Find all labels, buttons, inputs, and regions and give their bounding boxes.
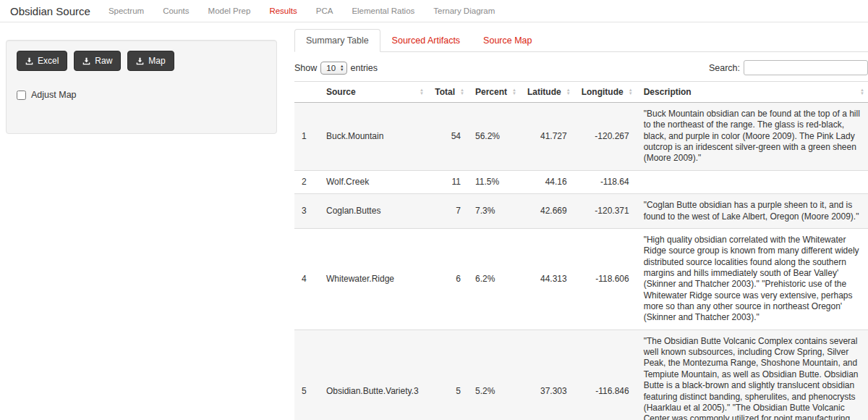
main-panel: Summary Table Sourced Artifacts Source M…	[294, 29, 868, 420]
cell-percent: 7.3%	[468, 194, 520, 229]
cell-source: Coglan.Buttes	[319, 194, 427, 229]
map-button-label: Map	[148, 56, 165, 66]
search-label: Search:	[709, 63, 740, 73]
cell-row-number: 4	[294, 228, 319, 329]
raw-button-label: Raw	[95, 56, 112, 66]
download-icon	[25, 57, 33, 65]
cell-source: Buck.Mountain	[319, 103, 427, 171]
cell-description: "Coglan Butte obsidian has a purple shee…	[637, 194, 868, 229]
raw-download-button[interactable]: Raw	[74, 51, 121, 71]
sort-icon: ▲▼	[860, 88, 864, 96]
download-icon	[136, 57, 144, 65]
column-header-longitude[interactable]: Longitude▲▼	[574, 82, 637, 103]
page-length-select[interactable]: 10 ▲▼	[320, 62, 346, 75]
summary-table: Source▲▼ Total▲▼ Percent▲▼ Latitude▲▼ Lo…	[294, 81, 868, 420]
nav-item-pca[interactable]: PCA	[307, 7, 343, 15]
navbar: Obsidian Source Spectrum Counts Model Pr…	[0, 0, 868, 22]
table-row[interactable]: 5 Obsidian.Butte.Variety.3 5 5.2% 37.303…	[294, 329, 868, 420]
cell-row-number: 1	[294, 103, 319, 171]
nav-item-counts[interactable]: Counts	[153, 7, 198, 15]
cell-source: Wolf.Creek	[319, 170, 427, 193]
excel-button-label: Excel	[38, 56, 59, 66]
sidebar-panel: Excel Raw Map Adjust Map	[6, 40, 277, 134]
entries-label: entries	[351, 63, 378, 73]
cell-row-number: 5	[294, 329, 319, 420]
select-stepper-icon: ▲▼	[340, 64, 344, 72]
table-row[interactable]: 3 Coglan.Buttes 7 7.3% 42.669 -120.371 "…	[294, 194, 868, 229]
table-header-row: Source▲▼ Total▲▼ Percent▲▼ Latitude▲▼ Lo…	[294, 82, 868, 103]
column-header-latitude[interactable]: Latitude▲▼	[520, 82, 574, 103]
nav-item-results[interactable]: Results	[260, 7, 306, 15]
app-title: Obsidian Source	[10, 5, 90, 17]
cell-percent: 5.2%	[468, 329, 520, 420]
adjust-map-checkbox[interactable]	[17, 91, 26, 100]
excel-download-button[interactable]: Excel	[17, 51, 67, 71]
cell-description: "The Obsidian Butte Volcanic Complex con…	[637, 329, 868, 420]
page-length-value: 10	[326, 64, 336, 72]
column-header-percent[interactable]: Percent▲▼	[468, 82, 520, 103]
tab-sourced-artifacts[interactable]: Sourced Artifacts	[380, 29, 472, 52]
column-header-total[interactable]: Total▲▼	[427, 82, 468, 103]
cell-total: 54	[427, 103, 468, 171]
cell-longitude: -120.267	[574, 103, 637, 171]
cell-longitude: -118.64	[574, 170, 637, 193]
table-row[interactable]: 2 Wolf.Creek 11 11.5% 44.16 -118.64	[294, 170, 868, 193]
search-input[interactable]	[744, 60, 868, 75]
nav-item-ternary-diagram[interactable]: Ternary Diagram	[424, 7, 504, 15]
adjust-map-label: Adjust Map	[31, 90, 77, 100]
table-row[interactable]: 1 Buck.Mountain 54 56.2% 41.727 -120.267…	[294, 103, 868, 171]
cell-latitude: 44.313	[520, 228, 574, 329]
cell-row-number: 3	[294, 194, 319, 229]
nav-item-model-prep[interactable]: Model Prep	[199, 7, 260, 15]
cell-latitude: 42.669	[520, 194, 574, 229]
tab-summary-table[interactable]: Summary Table	[294, 29, 380, 52]
cell-total: 11	[427, 170, 468, 193]
table-row[interactable]: 4 Whitewater.Ridge 6 6.2% 44.313 -118.60…	[294, 228, 868, 329]
cell-latitude: 37.303	[520, 329, 574, 420]
sort-icon: ▲▼	[629, 88, 633, 96]
cell-longitude: -116.846	[574, 329, 637, 420]
cell-source: Whitewater.Ridge	[319, 228, 427, 329]
show-entries-label: Show	[294, 63, 317, 73]
sort-icon: ▲▼	[460, 88, 464, 96]
nav-item-spectrum[interactable]: Spectrum	[99, 7, 153, 15]
table-length-control: Show 10 ▲▼ entries	[294, 62, 378, 75]
download-icon	[82, 57, 90, 65]
cell-description: "Buck Mountain obsidian can be found at …	[637, 103, 868, 171]
table-search-control: Search:	[709, 60, 868, 75]
nav-item-elemental-ratios[interactable]: Elemental Ratios	[342, 7, 424, 15]
cell-latitude: 44.16	[520, 170, 574, 193]
sort-icon: ▲▼	[566, 88, 571, 96]
cell-longitude: -118.606	[574, 228, 637, 329]
sort-icon: ▲▼	[512, 88, 516, 96]
adjust-map-control[interactable]: Adjust Map	[17, 90, 266, 100]
map-download-button[interactable]: Map	[127, 51, 174, 71]
download-button-row: Excel Raw Map	[17, 51, 266, 71]
column-header-row-number[interactable]	[294, 82, 319, 103]
column-header-source[interactable]: Source▲▼	[319, 82, 427, 103]
cell-total: 6	[427, 228, 468, 329]
cell-percent: 56.2%	[468, 103, 520, 171]
cell-description: "High quality obsidian correlated with t…	[637, 228, 868, 329]
cell-percent: 6.2%	[468, 228, 520, 329]
cell-percent: 11.5%	[468, 170, 520, 193]
cell-description	[637, 170, 868, 193]
tab-bar: Summary Table Sourced Artifacts Source M…	[294, 29, 868, 52]
cell-row-number: 2	[294, 170, 319, 193]
column-header-description[interactable]: Description▲▼	[637, 82, 868, 103]
cell-longitude: -120.371	[574, 194, 637, 229]
tab-source-map[interactable]: Source Map	[472, 29, 543, 52]
sort-icon: ▲▼	[420, 88, 424, 96]
cell-source: Obsidian.Butte.Variety.3	[319, 329, 427, 420]
cell-total: 5	[427, 329, 468, 420]
table-controls: Show 10 ▲▼ entries Search:	[294, 60, 868, 75]
cell-total: 7	[427, 194, 468, 229]
cell-latitude: 41.727	[520, 103, 574, 171]
